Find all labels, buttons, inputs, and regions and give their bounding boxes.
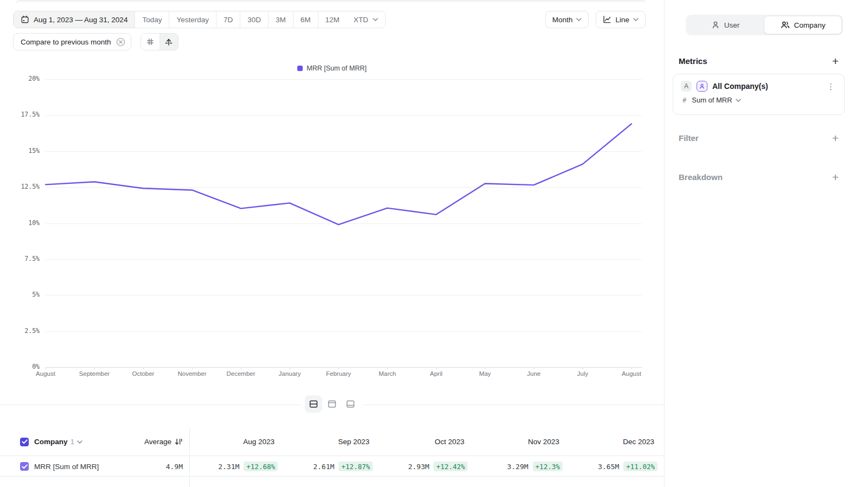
table-header-row: Company 1 Average [0,428,664,456]
table-column-header[interactable]: Nov 2023 [474,438,569,446]
line-chart: 0%2.5%5%7.5%10%12.5%15%17.5%20%AugustSep… [0,0,664,405]
layout-chart-only-button[interactable] [323,395,341,413]
entity-toggle-user-label: User [724,21,740,29]
cell-change-badge: +12.3% [533,462,563,471]
table-row: MRR [Sum of MRR]4.9M2.31M+12.68%2.61M+12… [0,457,664,477]
chevron-down-icon [77,440,82,444]
breakdown-section-header: Breakdown + [679,172,839,182]
chevron-down-icon [736,99,741,102]
kebab-menu-icon[interactable]: ⋮ [826,82,837,91]
company-avatar-icon [697,81,707,92]
cell-value: 2.93M [408,463,429,471]
entity-toggle: User Company [686,15,843,35]
layout-split-button[interactable] [305,395,322,413]
layout-toggle-group [0,395,664,413]
metrics-title: Metrics [679,56,707,66]
table-entity-label: Company [34,438,68,446]
cell-value: 2.61M [313,463,334,471]
metric-aggregation-label: Sum of MRR [692,96,732,104]
layout-top-bar-icon [327,399,337,409]
table-column-header[interactable]: Dec 2023 [569,438,664,446]
add-filter-button[interactable]: + [832,134,839,143]
cell-change-badge: +11.02% [623,462,658,471]
add-metric-button[interactable]: + [832,57,839,66]
user-icon [711,21,720,29]
config-sidebar: User Company Metrics + A [664,0,868,487]
cell-change-badge: +12.42% [433,462,468,471]
row-average-value: 4.9M [166,463,183,471]
table-cell: 2.61M+12.87% [284,462,379,471]
row-metric-label: MRR [Sum of MRR] [34,463,99,471]
layout-split-icon [309,399,318,409]
average-column-header[interactable]: Average [144,438,183,446]
metric-series-badge: A [681,81,692,92]
table-column-header[interactable]: Aug 2023 [189,438,284,446]
entity-toggle-company-label: Company [794,21,826,29]
hash-icon: # [682,97,686,104]
table-cell: 2.93M+12.42% [379,462,474,471]
row-checkbox[interactable] [20,462,29,471]
layout-bottom-bar-icon [346,399,355,409]
layout-table-only-button[interactable] [342,395,359,413]
table-column-header[interactable]: Sep 2023 [284,438,379,446]
analytics-dashboard: Aug 1, 2023 — Aug 31, 2024 TodayYesterda… [0,0,868,487]
entity-toggle-user[interactable]: User [687,16,764,34]
table-cell: 3.65M+11.02% [569,462,664,471]
table-entity-selector[interactable]: Company 1 [34,438,82,446]
breakdown-title: Breakdown [679,172,723,182]
table-entity-count: 1 [71,438,75,446]
table-column-header[interactable]: Oct 2023 [379,438,474,446]
metric-name: All Company(s) [712,82,821,91]
cell-value: 3.29M [507,463,528,471]
entity-toggle-company[interactable]: Company [764,16,842,34]
metric-card[interactable]: A All Company(s) ⋮ # Sum of MRR [673,74,845,115]
table-cell: 2.31M+12.68% [189,462,284,471]
cell-value: 2.31M [218,463,239,471]
report-main: Aug 1, 2023 — Aug 31, 2024 TodayYesterda… [0,0,664,487]
cell-change-badge: +12.87% [339,462,373,471]
table-column-divider [189,428,190,487]
table-cell: 3.29M+12.3% [474,462,569,471]
metric-aggregation-selector[interactable]: # Sum of MRR [681,96,837,104]
metrics-section-header: Metrics + [679,56,839,66]
cell-value: 3.65M [598,463,619,471]
chart-series-line [0,0,664,405]
add-breakdown-button[interactable]: + [832,173,839,182]
users-icon [781,21,790,29]
filter-title: Filter [679,133,699,143]
select-all-checkbox[interactable] [20,438,29,446]
cell-change-badge: +12.68% [244,462,278,471]
filter-section-header: Filter + [679,133,839,143]
average-label: Average [144,438,171,446]
sort-icon [175,438,183,445]
